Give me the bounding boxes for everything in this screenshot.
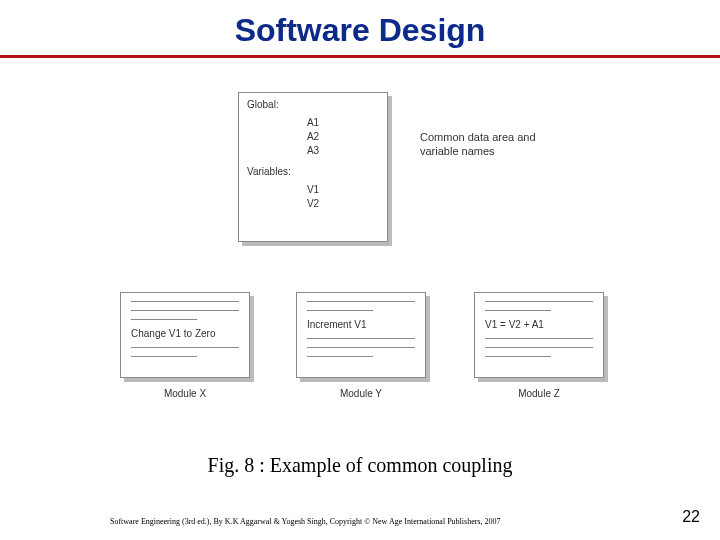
line-icon [485,338,593,339]
line-icon [307,356,373,357]
module-y-text: Increment V1 [307,319,415,330]
global-label: Global: [247,99,379,110]
slide-title: Software Design [0,12,720,49]
diagram-area: Global: A1 A2 A3 Variables: V1 V2 Common… [0,88,720,408]
figure-caption: Fig. 8 : Example of common coupling [0,454,720,477]
line-icon [485,310,551,311]
line-icon [131,347,239,348]
value-a2: A2 [247,130,379,144]
value-v2: V2 [247,197,379,211]
value-v1: V1 [247,183,379,197]
footer-citation: Software Engineering (3rd ed.), By K.K A… [110,517,500,526]
line-icon [485,301,593,302]
global-data-box: Global: A1 A2 A3 Variables: V1 V2 [238,92,388,242]
module-x-box: Change V1 to Zero [120,292,250,378]
line-icon [307,347,415,348]
module-y-label: Module Y [296,388,426,399]
variables-label: Variables: [247,166,379,177]
line-icon [307,338,415,339]
line-icon [131,301,239,302]
value-a1: A1 [247,116,379,130]
line-icon [131,310,239,311]
module-x-text: Change V1 to Zero [131,328,239,339]
line-icon [485,356,551,357]
module-x-label: Module X [120,388,250,399]
module-y-box: Increment V1 [296,292,426,378]
line-icon [307,310,373,311]
title-underline [0,55,720,58]
value-a3: A3 [247,144,379,158]
line-icon [131,319,197,320]
global-a-values: A1 A2 A3 [247,116,379,158]
module-z-box: V1 = V2 + A1 [474,292,604,378]
annotation-text: Common data area and variable names [420,130,570,158]
line-icon [485,347,593,348]
module-z-text: V1 = V2 + A1 [485,319,593,330]
module-z-label: Module Z [474,388,604,399]
slide-number: 22 [682,508,700,526]
global-v-values: V1 V2 [247,183,379,211]
line-icon [307,301,415,302]
line-icon [131,356,197,357]
